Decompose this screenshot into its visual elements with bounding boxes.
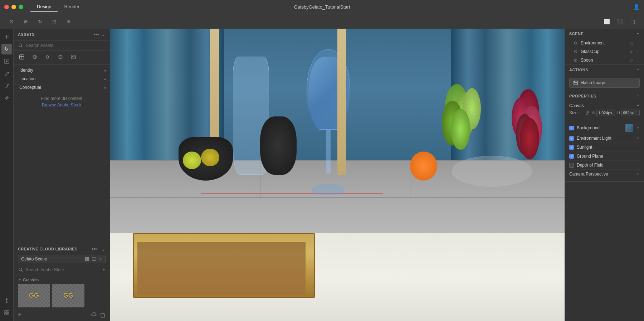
graphics-expand-icon[interactable]	[18, 278, 21, 282]
dof-checkbox[interactable]	[569, 163, 574, 168]
maximize-button[interactable]	[19, 5, 23, 9]
tool-transform[interactable]	[1, 56, 12, 67]
scene-item-glasscup-visibility[interactable]: ◎	[630, 49, 634, 54]
asset-type-materials[interactable]	[18, 53, 26, 62]
scene-title: SCENE	[569, 32, 636, 36]
profile-icon[interactable]: 👤	[633, 3, 640, 10]
height-field: H	[617, 110, 640, 116]
height-input[interactable]	[621, 110, 640, 116]
left-tools	[0, 29, 14, 321]
link-icon[interactable]	[585, 111, 590, 115]
tool-arrange[interactable]	[1, 307, 12, 318]
cc-more-button[interactable]: •••	[92, 246, 97, 252]
ground-plane-label: Ground Plane	[577, 154, 640, 159]
document-title: GatsbyGelato_TutorialStart	[294, 4, 350, 10]
cloud-icon[interactable]	[91, 312, 97, 318]
minimize-button[interactable]	[11, 5, 16, 9]
tool-add[interactable]	[1, 32, 12, 42]
sunlight-checkbox[interactable]	[569, 145, 574, 150]
properties-header[interactable]: PROPERTIES	[565, 91, 644, 101]
toolbar-circle-tool[interactable]: ⊙	[7, 17, 16, 26]
tool-sample[interactable]	[1, 80, 12, 91]
match-image-button[interactable]: Match Image...	[569, 78, 640, 88]
svg-rect-15	[85, 257, 87, 259]
scene-item-spoon-more[interactable]: ⋮	[636, 58, 640, 63]
tool-select[interactable]	[1, 44, 12, 54]
width-input[interactable]	[596, 110, 615, 116]
canvas-area[interactable]	[110, 29, 565, 321]
ground-plane-checkbox[interactable]	[569, 154, 574, 159]
assets-search-input[interactable]	[26, 43, 106, 48]
tree-item-conceptual[interactable]: Conceptual ◂	[14, 83, 110, 92]
actions-content: Match Image...	[565, 75, 644, 91]
toolbar-rotate-tool[interactable]: ↻	[36, 17, 44, 26]
scene-item-environment-more[interactable]: ⋮	[636, 41, 640, 45]
svg-point-26	[574, 50, 577, 53]
asset-type-objects[interactable]	[31, 53, 39, 62]
tree-item-location[interactable]: Location ◂	[14, 75, 110, 83]
delete-button[interactable]	[100, 312, 106, 318]
right-panel: SCENE Environment ◎ ⋮ GlassCup ◎ ⋮	[565, 29, 644, 321]
tool-pan[interactable]	[1, 92, 12, 103]
main-layout: ASSETS ••• ⌄	[0, 29, 644, 321]
list-view-icon[interactable]	[92, 257, 97, 262]
tab-design[interactable]: Design	[30, 2, 58, 12]
cc-library-dropdown[interactable]: Gelato Scene	[18, 255, 106, 263]
tool-move-vertical[interactable]	[1, 295, 12, 306]
search-icon	[18, 43, 24, 48]
background-thumb[interactable]	[625, 124, 633, 132]
toolbar-export-icon[interactable]: ⬚	[628, 17, 637, 26]
svg-rect-6	[7, 313, 9, 315]
assets-collapse-button[interactable]: ⌄	[101, 32, 106, 37]
cc-collapse-button[interactable]: ⌄	[101, 246, 106, 252]
svg-rect-17	[85, 259, 87, 261]
graphics-thumb-1-label: GG	[29, 292, 39, 300]
glasscup-icon	[574, 49, 578, 54]
window-controls[interactable]	[4, 5, 23, 9]
toolbar-move-tool[interactable]: ⊕	[21, 17, 30, 26]
svg-rect-18	[87, 259, 89, 261]
asset-type-images[interactable]	[69, 53, 77, 62]
grid-view-icon[interactable]	[84, 257, 89, 262]
scene-item-glasscup[interactable]: GlassCup ◎ ⋮	[565, 47, 644, 56]
scene-section-header[interactable]: SCENE	[565, 29, 644, 39]
scene-item-spoon[interactable]: Spoon ◎ ⋮	[565, 56, 644, 64]
asset-type-lights[interactable]	[44, 53, 52, 62]
asset-type-row	[14, 51, 110, 64]
browse-adobe-stock-link[interactable]: Browse Adobe Stock	[14, 102, 110, 107]
scene-section: SCENE Environment ◎ ⋮ GlassCup ◎ ⋮	[565, 29, 644, 65]
scene-item-glasscup-more[interactable]: ⋮	[636, 49, 640, 54]
scene-item-glasscup-actions: ◎ ⋮	[630, 49, 640, 54]
tree-item-location-label: Location	[19, 76, 35, 81]
cc-search-input[interactable]	[26, 267, 100, 272]
graphics-thumb-2[interactable]: GG	[52, 284, 84, 307]
assets-more-button[interactable]: •••	[94, 32, 99, 37]
asset-type-environments[interactable]	[57, 53, 64, 62]
scene-item-environment[interactable]: Environment ◎ ⋮	[565, 39, 644, 47]
add-asset-button[interactable]: +	[18, 311, 22, 319]
panel-bottom: +	[14, 309, 110, 321]
camera-arrow-icon	[636, 172, 640, 176]
tree-item-identity[interactable]: Identity ◂	[14, 66, 110, 75]
tool-paint[interactable]	[1, 68, 12, 79]
background-checkbox[interactable]	[569, 126, 574, 130]
toolbar-frame-icon[interactable]: ⬜	[602, 17, 611, 26]
tab-render[interactable]: Render	[58, 2, 86, 12]
scene-item-environment-visibility[interactable]: ◎	[630, 41, 634, 45]
scene-item-spoon-visibility[interactable]: ◎	[630, 58, 634, 63]
tree-item-identity-arrow: ◂	[104, 68, 106, 72]
env-light-checkbox[interactable]	[569, 136, 574, 141]
toolbar-scale-tool[interactable]: ⊡	[50, 17, 59, 26]
actions-header[interactable]: ACTIONS	[565, 65, 644, 75]
graphics-thumb-1[interactable]: GG	[18, 284, 50, 307]
env-light-label: Environment Light	[577, 136, 633, 141]
toolbar-compare-icon[interactable]: ⬛	[615, 17, 624, 26]
height-label: H	[617, 111, 620, 115]
close-button[interactable]	[4, 5, 9, 9]
assets-header: ASSETS ••• ⌄	[14, 29, 110, 40]
background-arrow-icon	[636, 126, 640, 130]
props-item-ground-plane: Ground Plane	[569, 152, 640, 161]
graphics-grid: GG GG	[18, 284, 106, 307]
toolbar-light-tool[interactable]: ✳	[64, 17, 73, 26]
canvas-collapse-icon[interactable]	[636, 104, 640, 107]
